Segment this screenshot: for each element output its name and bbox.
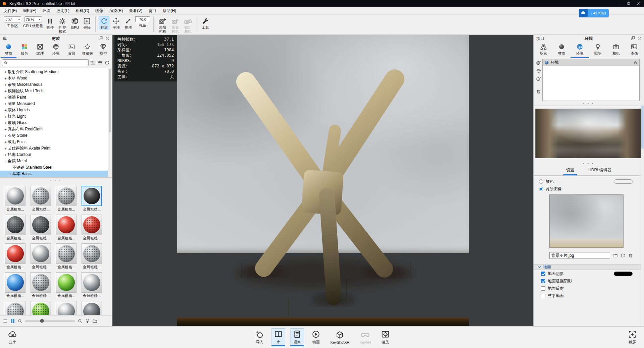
import-folder-icon[interactable] [90, 60, 96, 65]
folder-icon[interactable] [92, 318, 97, 324]
tree-item-11[interactable]: +绒毛 Fuzz [0, 139, 112, 145]
refresh-icon[interactable] [104, 60, 110, 65]
menu-item-5[interactable]: 图像 [92, 7, 106, 15]
tree-item-16[interactable]: +基本 Basic [0, 171, 112, 177]
maximize-button[interactable] [624, 0, 634, 7]
ribbon-button-库[interactable]: 库 [271, 328, 285, 346]
project-tab-1[interactable]: 材质 [552, 42, 571, 58]
checkbox[interactable] [541, 294, 545, 298]
refresh-icon[interactable] [620, 253, 626, 258]
tree-expander-icon[interactable]: + [3, 134, 8, 138]
project-tab-4[interactable]: 相机 [607, 42, 625, 58]
cpu-usage-dropdown[interactable]: 75 %▾ [24, 16, 42, 22]
tree-expander-icon[interactable]: - [3, 159, 8, 163]
settings-tab-0[interactable]: 设置 [563, 167, 577, 175]
material-thumb-10[interactable]: 金属粗糙... [56, 243, 77, 270]
material-thumb-4[interactable]: 金属粗糙... [5, 215, 26, 241]
tree-expander-icon[interactable]: + [3, 83, 8, 87]
material-thumb-0[interactable]: 金属粗糙... [5, 186, 26, 212]
background-option-1[interactable]: 背景图像 [534, 185, 644, 192]
ground-section-header[interactable]: 地面 [534, 264, 644, 270]
undock-icon[interactable] [98, 36, 103, 41]
tumble-tool-button[interactable]: 翻滚 [99, 16, 109, 30]
material-thumb-11[interactable]: 金属粗糙... [82, 243, 102, 270]
environment-list-item-0[interactable]: 环境 [543, 59, 639, 66]
cloud-library-button[interactable]: 云库 [5, 328, 19, 346]
dolly-tool-button[interactable]: 推移 [123, 16, 134, 30]
pan-tool-button[interactable]: 平移 [111, 16, 121, 30]
tree-expander-icon[interactable]: + [3, 102, 8, 106]
tree-expander-icon[interactable]: + [3, 96, 8, 100]
library-tab-6[interactable]: 模型 [95, 42, 111, 58]
material-thumb-8[interactable]: 金属粗糙... [5, 243, 26, 270]
tree-expander-icon[interactable]: + [8, 172, 12, 176]
project-tab-3[interactable]: 照明 [589, 42, 607, 58]
material-thumb-16[interactable]: 金属粗糙... [5, 301, 26, 315]
material-thumb-19[interactable]: 金属粗糙... [82, 301, 102, 315]
checkbox[interactable] [541, 272, 545, 276]
tree-expander-icon[interactable]: + [3, 140, 8, 144]
tree-expander-icon[interactable]: + [3, 108, 8, 112]
library-tab-2[interactable]: 纹理 [32, 42, 48, 58]
tree-item-15[interactable]: 不锈钢 Stainless Steel [0, 164, 112, 171]
slider-knob[interactable] [40, 319, 44, 323]
panel-resize-handle[interactable]: ● ● ● [0, 178, 112, 182]
library-tab-1[interactable]: 颜色 [16, 42, 32, 58]
panel-resize-handle[interactable]: ● ● ● [534, 101, 644, 106]
menu-item-2[interactable]: 环境 [39, 7, 53, 15]
material-thumb-17[interactable]: 金属粗糙... [31, 301, 51, 315]
material-thumb-18[interactable]: 金属粗糙... [56, 301, 77, 315]
library-tab-0[interactable]: 材质 [1, 42, 16, 58]
material-thumb-5[interactable]: 金属粗糙... [31, 215, 51, 241]
panel-resize-handle[interactable]: ● ● ● [534, 161, 644, 166]
zoom-out-icon[interactable] [17, 318, 22, 324]
ribbon-button-动画[interactable]: 动画 [309, 328, 323, 346]
screenshot-button[interactable]: 截屏 [625, 328, 639, 346]
material-thumb-1[interactable]: 金属粗糙... [31, 186, 51, 212]
tree-item-7[interactable]: +灯光 Light [0, 113, 112, 120]
close-icon[interactable] [105, 36, 110, 41]
ribbon-button-渲染[interactable]: 渲染 [379, 328, 393, 346]
backplate-filename-input[interactable] [549, 252, 610, 259]
tree-expander-icon[interactable]: + [3, 89, 8, 93]
menu-item-6[interactable]: 渲染(R) [106, 7, 126, 15]
menu-item-0[interactable]: 文件(F) [1, 7, 20, 15]
network-speed-badge[interactable]: ↓ 42 KB/s [579, 9, 609, 17]
workspace-dropdown[interactable]: 启动▾ [4, 16, 21, 22]
menu-item-8[interactable]: 窗口 [145, 7, 159, 15]
library-tab-3[interactable]: 环境 [48, 42, 64, 58]
tree-expander-icon[interactable]: + [3, 76, 8, 80]
ribbon-button-导入[interactable]: 导入 [252, 328, 266, 346]
tree-item-13[interactable]: +轮廓 Contour [0, 152, 112, 158]
tree-item-8[interactable]: +玻璃 Glass [0, 120, 112, 126]
ribbon-button-项目[interactable]: 项目 [290, 328, 304, 346]
menu-item-3[interactable]: 照明(L) [53, 7, 72, 15]
menu-item-1[interactable]: 编辑(E) [20, 7, 39, 15]
undock-icon[interactable] [631, 36, 635, 41]
library-tab-5[interactable]: 收藏夹 [80, 42, 95, 58]
grid-view-icon[interactable] [10, 318, 15, 324]
edit-environment-icon[interactable] [536, 76, 541, 81]
link-folder-icon[interactable] [97, 60, 103, 65]
project-tab-0[interactable]: 场景 [534, 42, 552, 58]
material-thumb-3[interactable]: 金属粗糙... [82, 186, 102, 212]
tree-item-1[interactable]: +木材 Wood [0, 75, 112, 81]
copy-environment-icon[interactable] [536, 68, 541, 73]
tree-expander-icon[interactable]: + [3, 147, 8, 151]
download-materials-icon[interactable] [85, 318, 90, 324]
material-thumb-6[interactable]: 金属粗糙... [56, 215, 77, 241]
ground-option-1[interactable]: 地面遮挡阴影 [534, 277, 644, 285]
tools-button[interactable]: 工具 [200, 16, 211, 30]
background-option-0[interactable]: 颜色 [534, 178, 644, 185]
tree-item-12[interactable]: +艾仕得涂料 Axalta Paint [0, 145, 112, 152]
tree-item-5[interactable]: +测量 Measured [0, 101, 112, 107]
tree-expander-icon[interactable]: + [3, 121, 8, 125]
library-tab-4[interactable]: 背景 [64, 42, 80, 58]
tree-item-6[interactable]: +液体 Liquids [0, 107, 112, 113]
menu-item-4[interactable]: 相机(C) [72, 7, 92, 15]
tree-scrollbar[interactable] [108, 68, 112, 177]
tree-expander-icon[interactable]: + [3, 127, 8, 131]
ground-option-0[interactable]: 地面阴影 [534, 270, 644, 277]
trash-icon[interactable] [628, 253, 633, 258]
folder-icon[interactable] [612, 253, 618, 258]
